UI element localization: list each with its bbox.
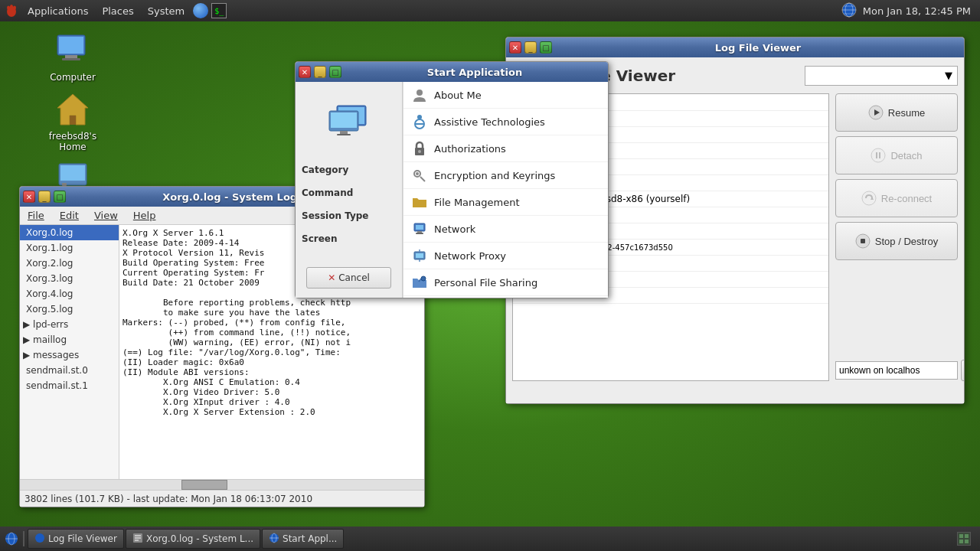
menu-item-authorizations[interactable]: Authorizations: [403, 135, 608, 162]
svg-point-82: [35, 533, 44, 543]
terminal-icon[interactable]: $_: [211, 2, 227, 19]
send-area: ✉ Send: [835, 360, 958, 381]
taskbar-startapp-label: Start Appl...: [283, 533, 337, 544]
syslog-max-button[interactable]: □: [54, 191, 66, 203]
menu-item-network-proxy[interactable]: Network Proxy: [403, 243, 608, 269]
taskbar-log-icon: [132, 533, 143, 546]
logfile-max-button[interactable]: □: [540, 41, 552, 54]
logfile-machine-dropdown[interactable]: ▼: [805, 66, 958, 86]
syslog-item-lpd[interactable]: ▶ lpd-errs: [20, 317, 119, 332]
syslog-item-xorg3[interactable]: Xorg.3.log: [20, 271, 119, 286]
menu-item-notifications[interactable]: ! Pop-Up Notifications: [403, 296, 608, 298]
syslog-menu-file[interactable]: File: [20, 208, 52, 223]
syslog-item-sendmail1[interactable]: sendmail.st.1: [20, 378, 119, 393]
logfile-title: Log File Viewer: [555, 42, 961, 54]
applications-menu[interactable]: Applications: [21, 0, 94, 21]
syslog-item-xorg2[interactable]: Xorg.2.log: [20, 256, 119, 271]
startapp-max-button[interactable]: □: [329, 66, 341, 78]
system-menu[interactable]: System: [142, 0, 191, 21]
svg-rect-34: [416, 225, 423, 230]
network-icon[interactable]: [192, 2, 209, 19]
startapp-min-button[interactable]: _: [314, 66, 326, 78]
layout-icon[interactable]: [957, 532, 971, 546]
stop-destroy-button[interactable]: Stop / Destroy: [835, 222, 958, 260]
startapp-close-button[interactable]: ✕: [299, 66, 311, 78]
start-application-window: ✕ _ □ Start Application Category: [295, 61, 609, 298]
syslog-item-messages[interactable]: ▶ messages: [20, 347, 119, 363]
taskbar-syslog-btn[interactable]: Xorg.0.log - System L...: [126, 529, 260, 549]
svg-point-29: [418, 150, 421, 153]
dropdown-arrow-icon: ▼: [945, 70, 952, 81]
startapp-command-row: Command: [302, 187, 396, 198]
menu-item-file-mgmt[interactable]: File Management: [403, 189, 608, 216]
encryption-icon: [411, 167, 428, 184]
taskbar-startapp-btn[interactable]: Start Appl...: [262, 529, 344, 549]
syslog-menu-view[interactable]: View: [87, 208, 126, 223]
reconnect-button[interactable]: Re-connect: [835, 179, 958, 217]
syslog-item-xorg1[interactable]: Xorg.1.log: [20, 240, 119, 256]
stop-destroy-label: Stop / Destroy: [875, 236, 938, 247]
send-input[interactable]: [835, 361, 958, 380]
syslog-min-button[interactable]: _: [38, 191, 51, 203]
syslog-item-xorg0[interactable]: Xorg.0.log: [20, 225, 119, 240]
syslog-item-sendmail0[interactable]: sendmail.st.0: [20, 363, 119, 378]
syslog-statusbar: 3802 lines (101.7 KB) - last update: Mon…: [20, 490, 424, 507]
menu-item-network-label: Network: [434, 223, 475, 235]
svg-rect-92: [959, 540, 963, 543]
desktop-icon-computer[interactable]: Computer: [42, 29, 103, 86]
syslog-item-xorg5[interactable]: Xorg.5.log: [20, 302, 119, 317]
taskbar-system-icon: [3, 530, 20, 547]
taskbar-sep-1: [23, 531, 24, 546]
screen-label: Screen: [302, 233, 396, 244]
startapp-titlebar[interactable]: ✕ _ □ Start Application: [296, 62, 608, 82]
logfile-close-button[interactable]: ✕: [509, 41, 521, 54]
cancel-label: Cancel: [338, 272, 370, 283]
menu-item-fileshare-label: Personal File Sharing: [434, 277, 537, 289]
resume-button[interactable]: Resume: [835, 93, 958, 132]
menu-item-encryption[interactable]: Encryption and Keyrings: [403, 162, 608, 189]
menu-item-network[interactable]: Network: [403, 216, 608, 243]
datetime-label: Mon Jan 18, 12:45 PM: [863, 5, 971, 17]
syslog-scrollbar[interactable]: [20, 479, 424, 490]
places-menu[interactable]: Places: [96, 0, 139, 21]
svg-rect-23: [337, 134, 351, 135]
svg-rect-12: [62, 58, 80, 60]
menu-item-file-sharing[interactable]: Personal File Sharing: [403, 269, 608, 296]
svg-rect-22: [340, 131, 348, 134]
send-button[interactable]: ✉ Send: [961, 360, 964, 381]
syslog-scrollbar-thumb[interactable]: [181, 480, 227, 490]
menu-item-assistive[interactable]: Assistive Technologies: [403, 109, 608, 135]
menu-item-filemgmt-label: File Management: [434, 197, 520, 208]
taskbar-logfile-label: Log File Viewer: [48, 533, 117, 544]
home-icon: [54, 91, 91, 128]
svg-rect-93: [965, 540, 969, 543]
startapp-icon: [318, 91, 380, 152]
syslog-item-xorg4[interactable]: Xorg.4.log: [20, 286, 119, 302]
taskbar-right: [957, 532, 977, 546]
desktop-icon-home[interactable]: freebsd8's Home: [42, 88, 103, 155]
syslog-close-button[interactable]: ✕: [23, 191, 35, 203]
assistive-icon: [411, 113, 428, 130]
syslog-menu-edit[interactable]: Edit: [52, 208, 87, 223]
svg-point-75: [862, 191, 876, 205]
logfile-min-button[interactable]: _: [524, 41, 537, 54]
syslog-item-maillog[interactable]: ▶ maillog: [20, 332, 119, 347]
menu-item-enc-label: Encryption and Keyrings: [434, 170, 555, 181]
menu-item-about-me[interactable]: About Me: [403, 82, 608, 109]
svg-rect-14: [70, 116, 76, 125]
logfile-titlebar[interactable]: ✕ _ □ Log File Viewer: [506, 37, 964, 57]
svg-rect-21: [331, 112, 357, 128]
svg-point-72: [871, 148, 885, 162]
resume-label: Resume: [888, 107, 925, 119]
syslog-menu-help[interactable]: Help: [126, 208, 164, 223]
gnome-foot-icon[interactable]: [3, 2, 20, 19]
globe-icon-right: [841, 2, 857, 20]
svg-point-24: [416, 90, 423, 96]
taskbar-globe-icon: [34, 533, 45, 546]
detach-button[interactable]: Detach: [835, 136, 958, 174]
taskbar-logfile-btn[interactable]: Log File Viewer: [28, 529, 124, 549]
cancel-button[interactable]: ✕ Cancel: [306, 267, 391, 289]
startapp-content: Category Command Session Type Screen ✕ C…: [296, 82, 608, 298]
svg-rect-36: [416, 233, 423, 234]
svg-point-3: [13, 6, 16, 10]
